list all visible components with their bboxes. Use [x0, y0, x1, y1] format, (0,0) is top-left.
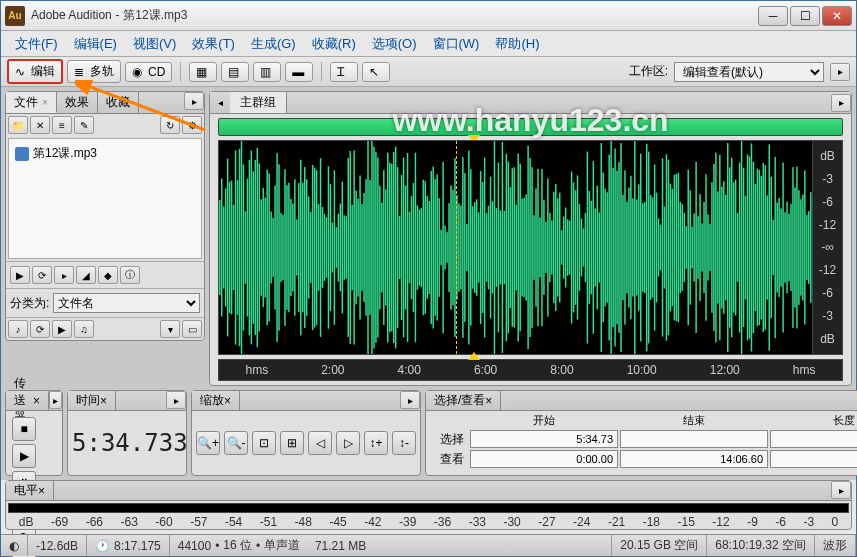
sort-select[interactable]: 文件名	[53, 293, 200, 313]
view-loop-icon[interactable]: ⟳	[30, 320, 50, 338]
panel-options-icon[interactable]: ▸	[184, 92, 204, 110]
svg-rect-181	[575, 190, 576, 305]
sel-length-input[interactable]	[770, 430, 857, 448]
svg-rect-186	[585, 213, 586, 282]
path-toggle-icon[interactable]: ▭	[182, 320, 202, 338]
volume-icon[interactable]: ◢	[76, 266, 96, 284]
view-length-input[interactable]	[770, 450, 857, 468]
svg-rect-9	[235, 150, 236, 344]
stop-button[interactable]: ■	[12, 417, 36, 441]
minimize-button[interactable]: ─	[758, 6, 788, 26]
info-button[interactable]: ⓘ	[120, 266, 140, 284]
mode-cd-button[interactable]: ◉CD	[125, 62, 172, 82]
svg-rect-91	[397, 167, 398, 328]
menu-view[interactable]: 视图(V)	[127, 32, 182, 56]
svg-rect-1	[219, 200, 220, 295]
panel-menu-icon[interactable]: ▸	[830, 63, 850, 81]
mode-multitrack-button[interactable]: ≣多轨	[67, 60, 121, 83]
tab-favorites[interactable]: 收藏	[98, 92, 139, 113]
level-menu-icon[interactable]: ▸	[831, 481, 851, 499]
timeline-playhead-icon[interactable]	[468, 352, 480, 360]
transport-tab[interactable]: 传送器×	[6, 391, 49, 410]
view-audio-icon[interactable]: ♪	[8, 320, 28, 338]
svg-rect-69	[353, 150, 354, 344]
refresh-button[interactable]: ↻	[160, 116, 180, 134]
close-button[interactable]: ✕	[822, 6, 852, 26]
select-tool[interactable]: ↖	[362, 62, 390, 82]
svg-rect-183	[579, 204, 580, 291]
prev-panel-icon[interactable]: ◂	[210, 94, 230, 112]
svg-rect-148	[510, 187, 511, 308]
zoom-full-button[interactable]: ⊡	[252, 431, 276, 455]
zoom-in-h-button[interactable]: 🔍+	[196, 431, 220, 455]
preview-loop-button[interactable]: ⟳	[32, 266, 52, 284]
waveform-display[interactable]	[218, 140, 813, 355]
view-video-icon[interactable]: ▶	[52, 320, 72, 338]
close-file-button[interactable]: ✕	[30, 116, 50, 134]
time-tab[interactable]: 时间×	[68, 391, 116, 410]
view-button-3[interactable]: ▥	[253, 62, 281, 82]
spectral-button[interactable]: ▦	[189, 62, 217, 82]
svg-rect-296	[802, 194, 803, 300]
menu-file[interactable]: 文件(F)	[9, 32, 64, 56]
zoom-out-h-button[interactable]: 🔍-	[224, 431, 248, 455]
view-button-2[interactable]: ▤	[221, 62, 249, 82]
navigator-bar[interactable]	[218, 118, 843, 136]
svg-rect-125	[464, 173, 465, 322]
svg-rect-116	[446, 232, 447, 263]
next-panel-icon[interactable]: ▸	[831, 94, 851, 112]
zoom-in-right-button[interactable]: ▷	[336, 431, 360, 455]
import-button[interactable]: 📁	[8, 116, 28, 134]
timeline-ruler[interactable]: hms2:004:006:008:0010:0012:00hms	[218, 359, 843, 381]
editor-tab-main[interactable]: 主群组	[230, 92, 287, 113]
play-button[interactable]: ▶	[12, 444, 36, 468]
menu-generate[interactable]: 生成(G)	[245, 32, 302, 56]
sel-end-input[interactable]	[620, 430, 768, 448]
status-db: -12.6dB	[28, 535, 87, 556]
level-meter	[8, 503, 849, 513]
level-tab[interactable]: 电平×	[6, 481, 54, 500]
file-item[interactable]: 第12课.mp3	[13, 143, 197, 164]
view-midi-icon[interactable]: ♫	[74, 320, 94, 338]
menu-favorites[interactable]: 收藏(R)	[306, 32, 362, 56]
tab-files[interactable]: 文件×	[6, 92, 57, 113]
menu-window[interactable]: 窗口(W)	[427, 32, 486, 56]
menu-help[interactable]: 帮助(H)	[489, 32, 545, 56]
preview-play-button[interactable]: ▶	[10, 266, 30, 284]
time-menu-icon[interactable]: ▸	[166, 391, 186, 409]
selection-tab[interactable]: 选择/查看×	[426, 391, 501, 410]
svg-rect-189	[591, 201, 592, 294]
insert-button[interactable]: ≡	[52, 116, 72, 134]
transport-menu-icon[interactable]: ▸	[49, 391, 62, 409]
zoom-in-v-button[interactable]: ↕+	[364, 431, 388, 455]
preview-autoplay-button[interactable]: ▸	[54, 266, 74, 284]
mode-edit-button[interactable]: ∿编辑	[7, 59, 63, 84]
menu-edit[interactable]: 编辑(E)	[68, 32, 123, 56]
file-list[interactable]: 第12课.mp3	[8, 138, 202, 259]
marker-button[interactable]: ◆	[98, 266, 118, 284]
svg-rect-252	[715, 153, 716, 343]
close-tab-icon[interactable]: ×	[42, 97, 48, 108]
tab-effects[interactable]: 效果	[57, 92, 98, 113]
playhead-line[interactable]	[456, 141, 457, 354]
svg-rect-197	[606, 192, 607, 302]
zoom-in-left-button[interactable]: ◁	[308, 431, 332, 455]
workspace-select[interactable]: 编辑查看(默认)	[674, 62, 824, 82]
options-button[interactable]: ⚙	[182, 116, 202, 134]
view-end-input[interactable]	[620, 450, 768, 468]
menu-options[interactable]: 选项(O)	[366, 32, 423, 56]
zoom-sel-button[interactable]: ⊞	[280, 431, 304, 455]
zoom-out-v-button[interactable]: ↕-	[392, 431, 416, 455]
menu-effects[interactable]: 效果(T)	[186, 32, 241, 56]
show-options-icon[interactable]: ▾	[160, 320, 180, 338]
view-button-4[interactable]: ▬	[285, 62, 313, 82]
svg-rect-235	[682, 204, 683, 291]
maximize-button[interactable]: ☐	[790, 6, 820, 26]
zoom-menu-icon[interactable]: ▸	[400, 391, 420, 409]
zoom-tab[interactable]: 缩放×	[192, 391, 240, 410]
svg-rect-241	[693, 213, 694, 281]
view-start-input[interactable]	[470, 450, 618, 468]
cursor-tool[interactable]: Ꮖ	[330, 62, 358, 82]
sel-start-input[interactable]	[470, 430, 618, 448]
edit-file-button[interactable]: ✎	[74, 116, 94, 134]
